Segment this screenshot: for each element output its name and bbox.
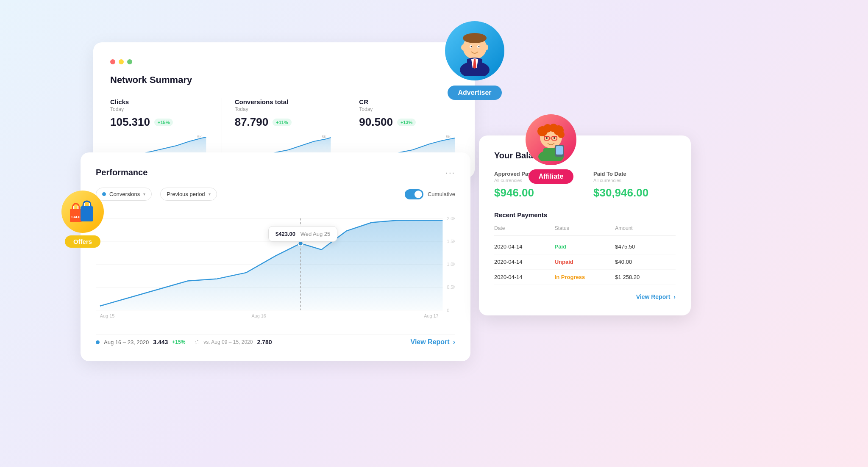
approved-payout-amount: $946.00 [494, 186, 576, 199]
current-period-dot [96, 340, 100, 344]
conversions-badge: +11% [273, 119, 291, 126]
advertiser-badge[interactable]: Advertiser [448, 86, 501, 100]
conversions-label: Conversions total [235, 98, 334, 105]
payment-row-3: 2020-04-14 In Progress $1 258.20 [494, 270, 676, 285]
conversions-value-row: 87.790 +11% [235, 116, 334, 129]
chevron-right-icon: › [453, 338, 455, 346]
payment-3-status: In Progress [555, 274, 615, 280]
col-status-header: Status [555, 225, 615, 231]
conversions-period: Today [235, 106, 334, 112]
metric-clicks: Clicks Today 105.310 +15% 5K [110, 98, 222, 161]
svg-text:Aug 17: Aug 17 [424, 313, 438, 318]
dot-yellow [119, 59, 124, 64]
cr-label: CR [359, 98, 458, 105]
performance-chart-area: 2.0K 1.5K 1.0K 0.5K 0 Aug 15 Aug 16 Aug … [96, 209, 455, 328]
period-filter-label: Previous period [167, 191, 205, 197]
affiliate-figure [530, 119, 572, 161]
svg-text:2.0K: 2.0K [447, 216, 455, 221]
affiliate-badge[interactable]: Affiliate [529, 169, 574, 184]
view-report-button[interactable]: View Report › [411, 338, 456, 346]
svg-point-40 [546, 137, 548, 139]
window-dots [110, 59, 458, 64]
performance-card: Performance ··· Conversions ▾ Previous p… [81, 152, 470, 361]
dot-green [127, 59, 132, 64]
clicks-value: 105.310 [110, 116, 150, 129]
svg-point-28 [461, 44, 465, 50]
performance-filters: Conversions ▾ Previous period ▾ Cumulati… [96, 188, 455, 201]
network-title: Network Summary [110, 75, 458, 86]
svg-text:0.5K: 0.5K [447, 285, 455, 290]
advertiser-avatar [445, 21, 504, 80]
cumulative-toggle[interactable] [405, 189, 423, 199]
period-filter[interactable]: Previous period ▾ [160, 188, 217, 201]
dot-red [110, 59, 115, 64]
svg-text:5K: 5K [197, 135, 202, 139]
vs-period-dot [195, 340, 199, 344]
metric-cr: CR Today 90.500 +13% 5K 0 [359, 98, 458, 161]
balance-card: Your Balance Approved Payout All currenc… [479, 135, 691, 315]
payments-table-header: Date Status Amount [494, 225, 676, 236]
svg-text:1.5K: 1.5K [447, 239, 455, 244]
conversions-value: 87.790 [235, 116, 269, 129]
svg-text:Aug 15: Aug 15 [100, 313, 114, 318]
balance-amounts-row: Approved Payout All currencies $946.00 P… [494, 171, 676, 199]
col-amount-header: Amount [615, 225, 676, 231]
chart-tooltip: $423.00 Wed Aug 25 [268, 226, 337, 242]
conversions-filter-label: Conversions [109, 191, 140, 197]
svg-point-27 [479, 46, 480, 47]
view-report-label: View Report [411, 338, 450, 346]
footer-period-value: 3.443 [153, 339, 168, 345]
svg-rect-49 [81, 206, 93, 221]
footer-vs-period: vs. Aug 09 – 15, 2020 2.780 [195, 339, 272, 345]
metric-conversions: Conversions total Today 87.790 +11% [235, 98, 347, 161]
cr-badge: +13% [397, 119, 416, 126]
svg-point-36 [558, 131, 565, 138]
paid-to-date-col: Paid To Date All currencies $30,946.00 [593, 171, 676, 199]
svg-text:5K: 5K [322, 135, 326, 139]
svg-point-29 [484, 44, 488, 50]
svg-rect-44 [556, 146, 563, 155]
svg-point-41 [554, 137, 555, 139]
svg-text:Aug 16: Aug 16 [251, 313, 266, 318]
offers-badge[interactable]: Offers [65, 235, 100, 248]
balance-chevron-right-icon: › [673, 293, 676, 300]
main-wrapper: Network Summary Clicks Today 105.310 +15… [0, 0, 868, 467]
payment-3-date: 2020-04-14 [494, 274, 555, 280]
svg-text:5K: 5K [446, 135, 451, 139]
advertiser-figure [449, 25, 500, 76]
svg-text:SALE: SALE [71, 215, 81, 219]
cr-period: Today [359, 106, 458, 112]
balance-view-report-button[interactable]: View Report › [494, 293, 676, 300]
clicks-badge: +15% [154, 119, 173, 126]
conversions-filter[interactable]: Conversions ▾ [96, 188, 152, 201]
cr-value: 90.500 [359, 116, 393, 129]
paid-to-date-amount: $30,946.00 [593, 186, 676, 199]
affiliate-card[interactable]: Affiliate [526, 114, 576, 184]
cumulative-toggle-wrap: Cumulative [405, 189, 455, 199]
performance-menu[interactable]: ··· [445, 168, 455, 177]
cumulative-label: Cumulative [428, 191, 455, 197]
payment-1-status: Paid [555, 243, 615, 250]
payment-1-amount: $475.50 [615, 243, 676, 250]
footer-current-period: Aug 16 – 23, 2020 3.443 +15% [96, 339, 185, 345]
payment-2-date: 2020-04-14 [494, 259, 555, 265]
clicks-period: Today [110, 106, 209, 112]
balance-view-report-label: View Report [636, 293, 670, 300]
footer-period-label: Aug 16 – 23, 2020 [104, 339, 149, 345]
offers-card[interactable]: SALE Offers [61, 191, 104, 248]
payments-table: Date Status Amount 2020-04-14 Paid $475.… [494, 225, 676, 285]
metrics-row: Clicks Today 105.310 +15% 5K [110, 98, 458, 161]
svg-text:0: 0 [447, 308, 449, 313]
advertiser-card[interactable]: Advertiser [445, 21, 504, 100]
clicks-value-row: 105.310 +15% [110, 116, 209, 129]
offers-circle: SALE [61, 191, 104, 233]
performance-header: Performance ··· [96, 168, 455, 177]
recent-payments-title: Recent Payments [494, 211, 676, 218]
svg-point-23 [463, 33, 487, 43]
col-date-header: Date [494, 225, 555, 231]
performance-title: Performance [96, 168, 147, 177]
footer-period-change: +15% [172, 339, 185, 345]
payment-1-date: 2020-04-14 [494, 243, 555, 250]
chevron-down-icon: ▾ [143, 192, 145, 196]
tooltip-date: Wed Aug 25 [300, 231, 331, 237]
